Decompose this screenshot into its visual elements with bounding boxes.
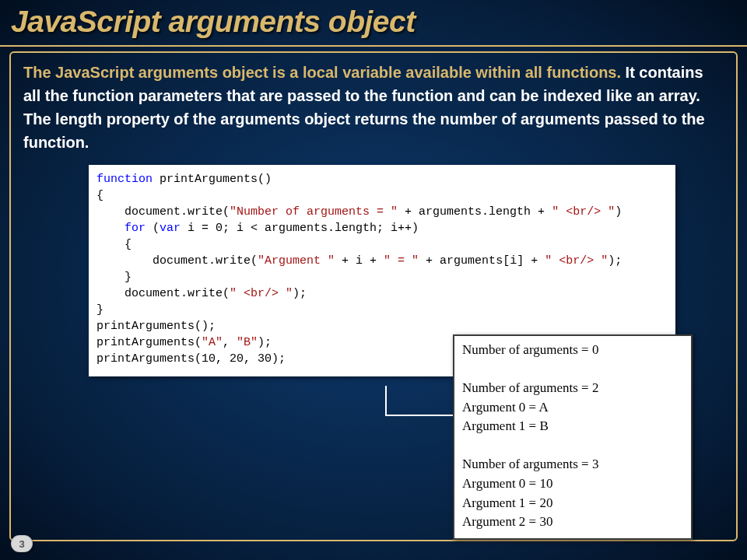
output-line: Argument 2 = 30 [462, 513, 683, 532]
output-line [462, 436, 683, 456]
code-line: for (var i = 0; i < arguments.length; i+… [96, 220, 668, 236]
code-line: document.write("Number of arguments = " … [96, 204, 668, 220]
content-box: The JavaScript arguments object is a loc… [9, 51, 738, 541]
code-line: printArguments(); [96, 318, 668, 334]
output-line: Argument 1 = B [462, 417, 683, 436]
slide-number-badge: 3 [11, 535, 33, 552]
code-line: { [96, 236, 668, 253]
output-line: Argument 0 = A [462, 398, 683, 418]
page-title: JavaScript arguments object [0, 0, 747, 47]
code-line: } [96, 302, 668, 318]
output-line: Argument 0 = 10 [462, 474, 683, 494]
output-line: Number of arguments = 3 [462, 455, 683, 474]
output-line [462, 359, 683, 379]
code-line: { [96, 187, 668, 204]
description-text: The JavaScript arguments object is a loc… [23, 61, 724, 154]
code-line: } [96, 269, 668, 285]
code-line: document.write(" <br/> "); [96, 285, 668, 302]
code-line: function printArguments() [96, 171, 668, 187]
output-line: Argument 1 = 20 [462, 494, 683, 513]
code-line: document.write("Argument " + i + " = " +… [96, 253, 668, 269]
description-highlight: The JavaScript arguments object is a loc… [23, 64, 621, 81]
output-block: Number of arguments = 0 Number of argume… [453, 334, 693, 540]
output-line: Number of arguments = 2 [462, 379, 683, 398]
output-line: Number of arguments = 0 [462, 341, 683, 360]
